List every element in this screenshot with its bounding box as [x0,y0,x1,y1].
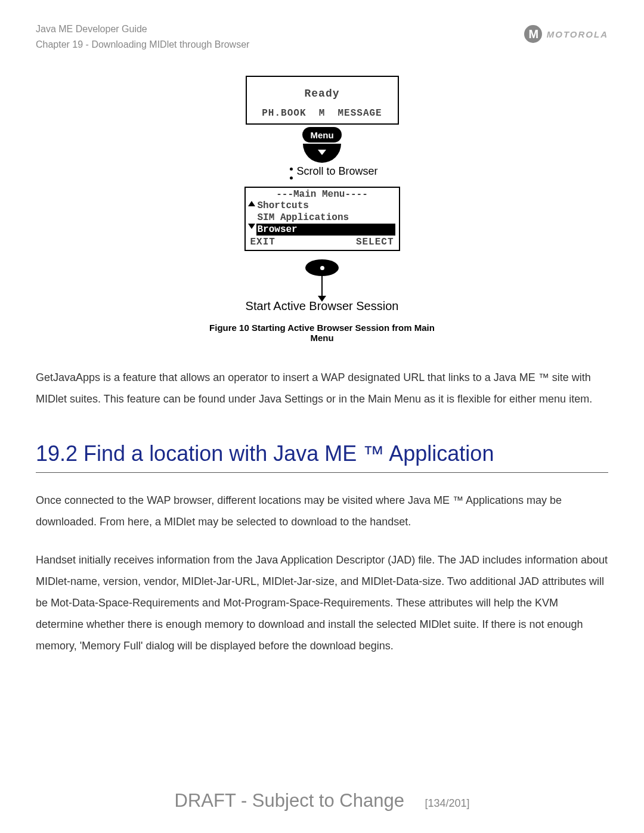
scroll-label: Scroll to Browser [296,165,377,178]
paragraph-wap-browser: Once connected to the WAP browser, diffe… [36,490,608,532]
main-menu-title: ---Main Menu---- [249,189,395,200]
scroll-instruction: Scroll to Browser [290,165,377,179]
menu-item-browser-selected: Browser [256,224,395,236]
guide-title: Java ME Developer Guide [36,21,249,37]
phone-screen-mainmenu: ---Main Menu---- Shortcuts SIM Applicati… [244,187,400,251]
phone-screen-ready: Ready PH.BOOK M MESSAGE [246,76,399,125]
arrow-line [321,276,323,296]
softkey-m: M [319,108,326,119]
softkey-message: MESSAGE [338,108,382,119]
session-label: Start Active Browser Session [246,299,399,313]
select-button-icon [305,259,339,276]
menu-button: Menu [302,127,342,143]
scroll-down-icon [248,224,255,229]
page-footer: DRAFT - Subject to Change [134/201] [0,790,644,812]
dots-icon [290,165,293,179]
chapter-line: Chapter 19 - Downloading MIDlet through … [36,37,249,52]
menu-button-label: Menu [310,130,333,140]
nav-down-icon [303,144,341,163]
menu-item-simapps: SIM Applications [258,212,395,224]
motorola-logo-text: MOTOROLA [547,29,608,39]
scroll-up-icon [248,201,255,206]
draft-watermark: DRAFT - Subject to Change [175,790,404,812]
softkey-row-1: PH.BOOK M MESSAGE [249,108,395,119]
figure-caption: Figure 10 Starting Active Browser Sessio… [197,323,447,343]
section-heading-19-2: 19.2 Find a location with Java ME ™ Appl… [36,439,608,473]
softkey-exit: EXIT [250,237,275,247]
ready-label: Ready [249,88,395,100]
menu-item-shortcuts: Shortcuts [258,200,395,212]
softkey-phbook: PH.BOOK [262,108,306,119]
paragraph-getjavaapps: GetJavaApps is a feature that allows an … [36,367,608,410]
motorola-logo: M MOTOROLA [524,25,608,43]
page-number: [134/201] [425,797,469,809]
paragraph-jad-attributes: Handset initially receives information f… [36,549,608,657]
motorola-logo-icon: M [524,25,542,43]
page-header: Java ME Developer Guide Chapter 19 - Dow… [36,21,608,52]
softkey-select: SELECT [356,237,394,247]
figure-10: Ready PH.BOOK M MESSAGE Menu Scroll to B… [197,76,447,343]
header-text-block: Java ME Developer Guide Chapter 19 - Dow… [36,21,249,52]
